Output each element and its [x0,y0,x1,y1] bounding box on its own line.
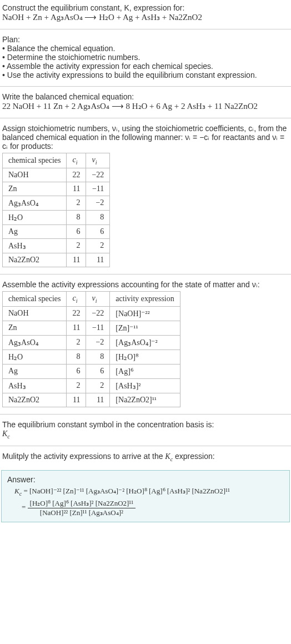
activity-section: Assemble the activity expressions accoun… [0,277,291,412]
divider [0,118,291,118]
th-species: chemical species [3,291,67,306]
th-species: chemical species [3,153,67,168]
activity-table: chemical species ci νi activity expressi… [2,291,180,407]
table-row: NaOH22−22 [3,168,110,182]
stoich-intro-text: Assign stoichiometric numbers, νᵢ, using… [2,124,287,151]
plan-bullet-1: • Balance the chemical equation. [2,44,115,53]
divider [0,414,291,415]
table-row: AsH₃22 [3,238,110,253]
divider [0,274,291,274]
table-row: H₂O88 [3,210,110,224]
table-row: Ag₃AsO₄2−2 [3,196,110,210]
table-row: Na2ZnO21111[Na2ZnO2]¹¹ [3,393,180,407]
plan-bullet-2: • Determine the stoichiometric numbers. [2,53,140,62]
kc-symbol-section: The equilibrium constant symbol in the c… [0,417,291,444]
th-ci: ci [67,153,86,168]
plan-bullet-3: • Assemble the activity expression for e… [2,62,213,71]
balanced-heading: Write the balanced chemical equation: [2,92,134,101]
th-vi: νi [86,153,110,168]
plan-heading: Plan: [2,35,20,44]
activity-intro-text: Assemble the activity expressions accoun… [2,280,260,289]
balanced-section: Write the balanced chemical equation: 22… [0,89,291,116]
table-row: NaOH22−22[NaOH]⁻²² [3,306,180,321]
plan-bullet-4: • Use the activity expressions to build … [2,71,257,79]
multiply-text: Mulitply the activity expressions to arr… [2,452,215,461]
answer-fraction: [H₂O]⁸ [Ag]⁶ [AsH₃]² [Na2ZnO2]¹¹ [NaOH]²… [28,499,136,517]
divider [0,29,291,29]
table-row: Zn11−11 [3,182,110,196]
fraction-denominator: [NaOH]²² [Zn]¹¹ [Ag₃AsO₄]² [28,508,136,517]
fraction-numerator: [H₂O]⁸ [Ag]⁶ [AsH₃]² [Na2ZnO2]¹¹ [28,499,136,508]
multiply-section: Mulitply the activity expressions to arr… [0,448,291,467]
table-row: H₂O88[H₂O]⁸ [3,350,180,364]
th-activity: activity expression [110,291,180,306]
unbalanced-reaction: NaOH + Zn + Ag₃AsO₄ ⟶ H₂O + Ag + AsH₃ + … [2,13,202,22]
table-row: Ag66[Ag]⁶ [3,364,180,378]
balanced-reaction: 22 NaOH + 11 Zn + 2 Ag₃AsO₄ ⟶ 8 H₂O + 6 … [2,102,258,111]
th-vi: νi [86,291,110,306]
table-row: Ag66 [3,224,110,238]
table-row: Na2ZnO21111 [3,253,110,267]
kc-intro-text: The equilibrium constant symbol in the c… [2,420,214,429]
divider [0,446,291,446]
answer-label: Answer: [7,475,36,484]
answer-box: Answer: Kc = [NaOH]⁻²² [Zn]⁻¹¹ [Ag₃AsO₄]… [1,470,290,522]
table-row: AsH₃22[AsH₃]² [3,378,180,393]
kc-symbol: Kc [2,430,10,438]
stoich-section: Assign stoichiometric numbers, νᵢ, using… [0,121,291,272]
th-ci: ci [67,291,86,306]
stoich-table: chemical species ci νi NaOH22−22 Zn11−11… [2,153,110,267]
intro-line1: Construct the equilibrium constant, K, e… [2,3,184,12]
divider [0,86,291,87]
answer-eq-line2: = [H₂O]⁸ [Ag]⁶ [AsH₃]² [Na2ZnO2]¹¹ [NaOH… [7,499,284,517]
table-row: Ag₃AsO₄2−2[Ag₃AsO₄]⁻² [3,335,180,350]
answer-eq-line1: Kc = [NaOH]⁻²² [Zn]⁻¹¹ [Ag₃AsO₄]⁻² [H₂O]… [7,487,284,497]
table-row: Zn11−11[Zn]⁻¹¹ [3,321,180,335]
plan-section: Plan: • Balance the chemical equation. •… [0,32,291,84]
intro-section: Construct the equilibrium constant, K, e… [0,0,291,27]
